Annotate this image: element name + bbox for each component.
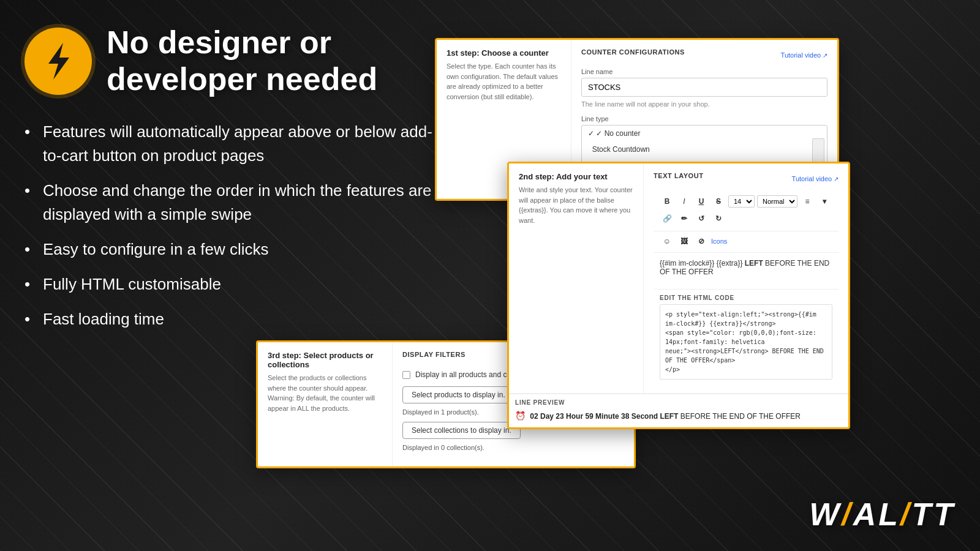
dropdown-item-1[interactable]: Stock Countdown: [582, 141, 827, 157]
code-btn[interactable]: ⊘: [694, 234, 709, 249]
panel3-step-title: 3rd step: Select products or collections: [268, 351, 382, 369]
line-type-label: Line type: [581, 115, 827, 122]
displayed-collections: Displayed in 0 collection(s).: [402, 444, 624, 451]
bullet-3: Easy to configure in a few clicks: [24, 238, 441, 261]
select-products-btn[interactable]: Select products to display in.: [402, 386, 514, 403]
waltt-brand-logo: W/AL/TT: [809, 496, 956, 533]
preview-section: LINE PREVIEW ⏰ 02 Day 23 Hour 59 Minute …: [509, 394, 848, 427]
panel2-layout-title: TEXT LAYOUT: [654, 172, 703, 179]
panel2-step-title: 2nd step: Add your text: [519, 172, 633, 181]
panel2-layout: TEXT LAYOUT Tutorial video B I U S 14 12…: [644, 163, 848, 393]
waltt-a: A: [853, 497, 879, 532]
preview-clock-icon: ⏰: [515, 411, 526, 421]
waltt-t2: T: [933, 497, 956, 532]
line-name-input[interactable]: [581, 78, 827, 97]
emoji-btn[interactable]: ☺: [660, 234, 674, 249]
title-line2: developer needed: [107, 61, 377, 98]
preview-bold: 02 Day 23 Hour 59 Minute 38 Second LEFT: [530, 412, 678, 421]
text-toolbar: B I U S 14 12 16 18 Normal ≡ ▾ 🔗 ✏ ↺ ↻: [654, 189, 839, 231]
editor-content: {{#im im-clock#}} {{extra}} LEFT BEFORE …: [660, 259, 829, 276]
select-collections-btn[interactable]: Select collections to display in.: [402, 422, 521, 439]
dropdown-item-0[interactable]: ✓ No counter: [582, 126, 827, 141]
preview-content: ⏰ 02 Day 23 Hour 59 Minute 38 Second LEF…: [515, 410, 842, 422]
bullet-5: Fast loading time: [24, 307, 441, 331]
feature-list: Features will automatically appear above…: [24, 120, 441, 331]
strike-btn[interactable]: S: [711, 194, 726, 209]
main-headline: No designer or developer needed: [107, 24, 377, 98]
waltt-w: W: [809, 497, 842, 532]
svg-marker-0: [48, 43, 69, 80]
font-size-select[interactable]: 14 12 16 18: [728, 195, 755, 208]
align-btn[interactable]: ≡: [800, 194, 815, 209]
html-label: EDIT THE HTML CODE: [660, 294, 832, 301]
logo-title-group: No designer or developer needed: [24, 24, 441, 98]
panel3-filter-title: DISPLAY FILTERS: [402, 351, 466, 358]
line-name-label: Line name: [581, 68, 827, 75]
toolbar-row2: ☺ 🖼 ⊘ Icons: [654, 231, 839, 253]
waltt-t: T: [911, 497, 933, 532]
waltt-text: W/AL/TT: [809, 496, 956, 533]
panel2-tutorial-link[interactable]: Tutorial video: [792, 175, 839, 182]
undo-btn[interactable]: ↺: [694, 211, 709, 226]
bullet-1: Features will automatically appear above…: [24, 120, 441, 168]
style-select[interactable]: Normal: [757, 195, 797, 208]
display-all-checkbox[interactable]: [402, 371, 410, 379]
waltt-l: L: [878, 497, 900, 532]
image-btn[interactable]: 🖼: [677, 234, 692, 249]
html-section: EDIT THE HTML CODE <p style="text-align:…: [654, 290, 839, 384]
redo-btn[interactable]: ↻: [711, 211, 726, 226]
bullet-4: Fully HTML customisable: [24, 272, 441, 296]
panel-text-layout: 2nd step: Add your text Write and style …: [507, 162, 850, 429]
underline-btn[interactable]: U: [694, 194, 709, 209]
bullet-2: Choose and change the order in which the…: [24, 179, 441, 227]
waltt-slash1: /: [842, 497, 853, 532]
title-line1: No designer or: [107, 24, 377, 61]
align-dropdown-btn[interactable]: ▾: [817, 194, 832, 209]
panel2-header: 2nd step: Add your text Write and style …: [509, 163, 848, 394]
panel2-step-info: 2nd step: Add your text Write and style …: [509, 163, 644, 393]
panel1-step-desc: Select the type. Each counter has its ow…: [447, 61, 561, 102]
panel1-config-title: COUNTER CONFIGURATIONS: [581, 48, 685, 56]
html-code[interactable]: <p style="text-align:left;"><strong>{{#i…: [660, 304, 832, 380]
bolt-svg: [40, 40, 77, 82]
italic-btn[interactable]: I: [677, 194, 692, 209]
preview-label: LINE PREVIEW: [515, 399, 842, 406]
bold-btn[interactable]: B: [660, 194, 674, 209]
brand-logo: [24, 28, 92, 95]
panel3-step-desc: Select the products or collections where…: [268, 373, 382, 413]
waltt-slash2: /: [900, 497, 911, 532]
panel2-step-desc: Write and style your text. Your counter …: [519, 185, 633, 225]
line-name-hint: The line name will not appear in your sh…: [581, 100, 827, 108]
link-btn[interactable]: 🔗: [660, 211, 674, 226]
icons-link[interactable]: Icons: [711, 238, 727, 245]
logo-inner: [32, 35, 85, 87]
left-panel: No designer or developer needed Features…: [24, 24, 441, 342]
panel1-tutorial-link[interactable]: Tutorial video: [781, 51, 827, 59]
edit-btn[interactable]: ✏: [677, 211, 692, 226]
panel1-step-title: 1st step: Choose a counter: [447, 48, 561, 58]
panel3-step-info: 3rd step: Select products or collections…: [258, 342, 393, 466]
editor-area[interactable]: {{#im im-clock#}} {{extra}} LEFT BEFORE …: [654, 253, 839, 290]
